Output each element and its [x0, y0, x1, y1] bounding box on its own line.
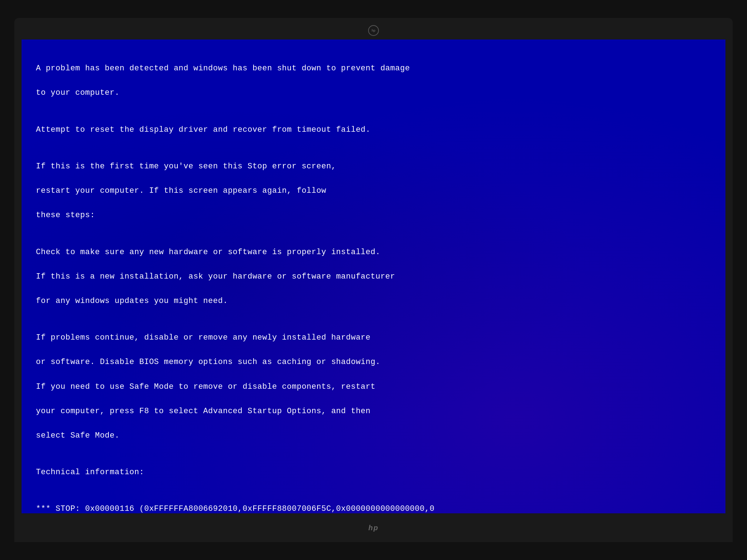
monitor: hp A problem has been detected and windo… [14, 18, 733, 542]
bsod-line-16: *** STOP: 0x00000116 (0xFFFFFFA800669201… [36, 504, 435, 513]
bsod-line-2: to your computer. [36, 88, 120, 97]
bsod-line-12: If you need to use Safe Mode to remove o… [36, 382, 375, 391]
bsod-line-1: A problem has been detected and windows … [36, 64, 410, 73]
monitor-bottom-bar: hp [14, 513, 733, 542]
bsod-screen: A problem has been detected and windows … [22, 39, 725, 513]
bsod-line-7: Check to make sure any new hardware or s… [36, 248, 380, 257]
bsod-line-13: your computer, press F8 to select Advanc… [36, 407, 371, 416]
monitor-top-bar: hp [14, 22, 733, 39]
bsod-content: A problem has been detected and windows … [36, 50, 711, 513]
bsod-line-3: Attempt to reset the display driver and … [36, 125, 371, 134]
bsod-line-5: restart your computer. If this screen ap… [36, 186, 326, 195]
hp-logo-top-icon: hp [368, 25, 379, 36]
bsod-line-15: Technical information: [36, 468, 144, 477]
bsod-line-9: for any windows updates you might need. [36, 297, 228, 305]
bsod-line-11: or software. Disable BIOS memory options… [36, 358, 380, 367]
bsod-line-10: If problems continue, disable or remove … [36, 333, 371, 342]
bsod-line-14: select Safe Mode. [36, 431, 120, 440]
hp-logo-bottom: hp [368, 524, 379, 532]
bsod-line-8: If this is a new installation, ask your … [36, 272, 395, 281]
bsod-line-4: If this is the first time you've seen th… [36, 162, 336, 171]
bsod-line-6: these steps: [36, 211, 95, 220]
